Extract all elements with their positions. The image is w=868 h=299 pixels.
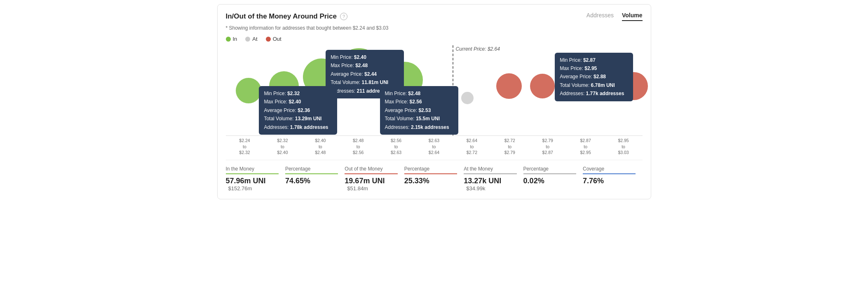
bubble-b6 — [461, 92, 474, 104]
subtitle: * Showing information for addresses that… — [226, 25, 643, 31]
summary-value-0: 57.96m UNI $152.76m — [226, 177, 279, 192]
legend-at: At — [245, 36, 257, 42]
page-title: In/Out of the Money Around Price — [226, 12, 337, 21]
summary-pct-label-2: Percentage — [523, 166, 576, 174]
bubble-b3 — [303, 58, 340, 96]
summary-bar: In the Money 57.96m UNI $152.76m Percent… — [226, 160, 643, 192]
legend-out: Out — [266, 36, 282, 42]
x-label-0: $2.24to$2.32 — [226, 138, 264, 156]
x-label-1: $2.32to$2.40 — [263, 138, 301, 156]
summary-pct-value-2: 0.02% — [523, 177, 576, 185]
summary-col-0: In the Money 57.96m UNI $152.76m — [226, 166, 285, 192]
x-label-7: $2.72to$2.79 — [491, 138, 529, 156]
summary-value-3: 7.76% — [583, 177, 636, 185]
x-labels: $2.24to$2.32$2.32to$2.40$2.40to$2.48$2.4… — [226, 138, 643, 156]
summary-label-3: Coverage — [583, 166, 636, 174]
summary-label-1: Out of the Money — [345, 166, 397, 174]
bubble-b7 — [496, 73, 522, 99]
chart-inner: Current Price: $2.64 Min Price: $2.40Max… — [226, 45, 643, 136]
summary-pct-value-0: 74.65% — [285, 177, 338, 185]
header-tabs: Addresses Volume — [586, 12, 643, 21]
legend-in: In — [226, 36, 237, 42]
x-label-6: $2.64to$2.72 — [453, 138, 491, 156]
current-price-line — [453, 45, 453, 135]
legend: In At Out — [226, 36, 643, 42]
main-container: In/Out of the Money Around Price ? Addre… — [217, 4, 651, 199]
x-label-2: $2.40to$2.48 — [301, 138, 339, 156]
bubble-b11 — [620, 72, 648, 100]
x-label-3: $2.48to$2.56 — [339, 138, 377, 156]
tab-volume[interactable]: Volume — [622, 12, 643, 21]
legend-label-at: At — [252, 36, 257, 42]
legend-dot-at — [245, 37, 250, 42]
chart-area: Current Price: $2.64 Min Price: $2.40Max… — [226, 45, 643, 152]
bubble-b1 — [236, 78, 261, 103]
bubble-b5 — [387, 62, 423, 98]
summary-col-1: Out of the Money 19.67m UNI $51.84m — [345, 166, 404, 192]
bubble-b10 — [585, 53, 625, 92]
summary-pct-label-1: Percentage — [404, 166, 457, 174]
current-price-label: Current Price: $2.64 — [456, 46, 500, 52]
bubble-b4 — [336, 48, 382, 93]
legend-dot-out — [266, 37, 271, 42]
x-label-10: $2.95to$3.03 — [605, 138, 643, 156]
x-label-4: $2.56to$2.63 — [377, 138, 415, 156]
header: In/Out of the Money Around Price ? Addre… — [226, 12, 643, 21]
header-left: In/Out of the Money Around Price ? — [226, 12, 348, 21]
summary-col-3: Coverage 7.76% — [583, 166, 642, 192]
bubble-b9 — [556, 66, 587, 97]
summary-value-1: 19.67m UNI $51.84m — [345, 177, 397, 192]
summary-pct-col-0: Percentage 74.65% — [285, 166, 345, 192]
bubble-b2 — [269, 71, 299, 101]
legend-dot-in — [226, 37, 231, 42]
legend-label-in: In — [233, 36, 237, 42]
summary-pct-col-1: Percentage 25.33% — [404, 166, 464, 192]
tooltip-tt3: Min Price: $2.48Max Price: $2.56Average … — [380, 86, 458, 135]
x-label-9: $2.87to$2.95 — [567, 138, 605, 156]
x-label-5: $2.63to$2.64 — [415, 138, 453, 156]
summary-value-2: 13.27k UNI $34.99k — [464, 177, 516, 192]
bubble-b8 — [530, 74, 555, 98]
help-icon[interactable]: ? — [340, 13, 347, 20]
summary-pct-col-2: Percentage 0.02% — [523, 166, 583, 192]
summary-col-2: At the Money 13.27k UNI $34.99k — [464, 166, 523, 192]
summary-pct-label-0: Percentage — [285, 166, 338, 174]
legend-label-out: Out — [273, 36, 282, 42]
tab-addresses[interactable]: Addresses — [586, 12, 614, 21]
x-label-8: $2.79to$2.87 — [529, 138, 567, 156]
summary-label-2: At the Money — [464, 166, 516, 174]
summary-pct-value-1: 25.33% — [404, 177, 457, 185]
summary-label-0: In the Money — [226, 166, 279, 174]
